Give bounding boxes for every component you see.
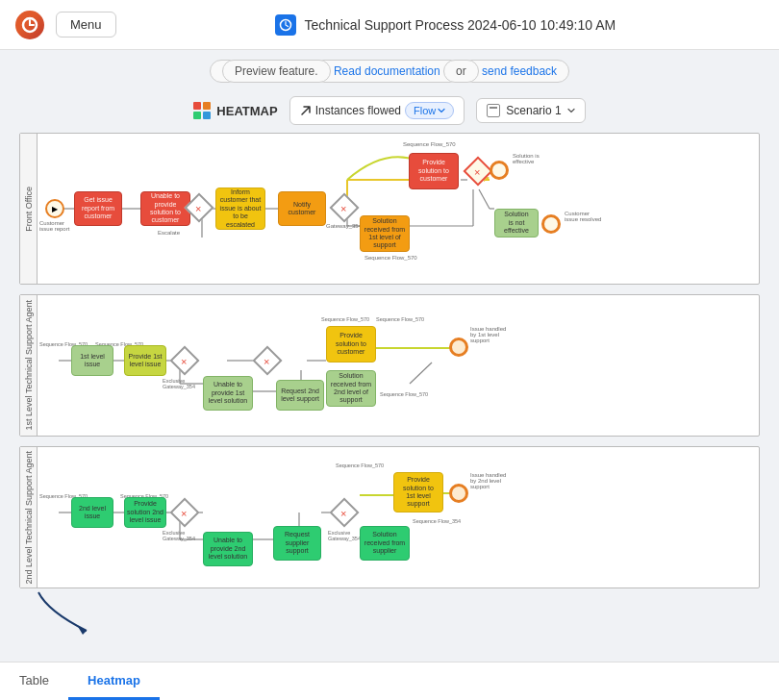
node-provide-1st-level: Providesolution to1st levelsupport xyxy=(393,472,443,512)
bottom-tabs: Table Heatmap xyxy=(0,662,779,700)
toolbar: HEATMAP Instances flowed Flow Scenario 1 xyxy=(0,88,779,133)
lane-front-office: Front Office xyxy=(19,133,760,285)
tab-table[interactable]: Table xyxy=(0,662,68,700)
chevron-down-icon-2 xyxy=(567,107,575,114)
svg-line-17 xyxy=(479,189,490,209)
node-provide-1st: Provide 1stlevel issue xyxy=(124,345,166,376)
preview-badge: Preview feature. Read documentation or s… xyxy=(210,60,569,83)
node-1st-level-issue: 1st levelissue xyxy=(71,345,113,376)
end-event-resolved xyxy=(541,214,561,234)
node-notify-customer: Notifycustomer xyxy=(278,191,326,226)
scenario-icon xyxy=(487,104,500,117)
heatmap-icon xyxy=(193,102,211,119)
lane-2nd-level: 2nd Level Technical Support Agent Sequen… xyxy=(19,446,760,588)
header: Menu Technical Support Process 2024-06-1… xyxy=(0,0,779,50)
end-event-2nd-handled xyxy=(449,484,468,503)
lane-content-1st-level: Sequence Flow_570 Sequence Flow_570 1st … xyxy=(38,295,759,436)
node-request-supplier: Requestsuppliersupport xyxy=(273,526,321,561)
read-doc-link[interactable]: Read documentation xyxy=(334,64,440,78)
node-2nd-level-issue: 2nd levelissue xyxy=(71,497,113,528)
menu-button[interactable]: Menu xyxy=(56,12,116,38)
node-provide-solution-lane2: Providesolution tocustomer xyxy=(326,326,376,362)
gateway-3: × xyxy=(463,156,492,186)
gateway-5: × xyxy=(252,345,282,375)
gateway-2: × xyxy=(329,192,359,222)
svg-line-34 xyxy=(410,362,432,384)
lane-content-front-office: ▶ Customerissue report Get issuereport f… xyxy=(38,134,759,284)
node-unable-2nd: Unable toprovide 2ndlevel solution xyxy=(203,532,253,566)
node-not-effective: Solutionis noteffective xyxy=(494,209,539,238)
heatmap-icon-cell-2 xyxy=(203,102,211,110)
instances-flowed-button[interactable]: Instances flowed Flow xyxy=(289,96,465,125)
arrow-up-right-icon xyxy=(300,105,312,116)
heatmap-icon-cell-1 xyxy=(193,102,201,110)
node-solution-from-1st: Solutionreceived from1st level ofsupport xyxy=(360,215,410,252)
heatmap-icon-cell-3 xyxy=(193,112,201,119)
lane-label-2nd-level: 2nd Level Technical Support Agent xyxy=(20,447,38,588)
heatmap-label: HEATMAP xyxy=(193,102,277,119)
node-request-2nd: Request 2ndlevel support xyxy=(276,380,324,411)
start-event-lane1: ▶ xyxy=(45,199,64,218)
send-feedback-link[interactable]: send feedback xyxy=(482,64,557,78)
node-solution-from-supplier: Solutionreceived fromsupplier xyxy=(360,526,410,561)
flow-badge[interactable]: Flow xyxy=(405,102,454,119)
lane-1st-level: 1st Level Technical Support Agent xyxy=(19,294,760,437)
app-logo xyxy=(15,11,44,39)
node-provide-solution-top: Providesolution tocustomer xyxy=(409,153,459,189)
preview-bar: Preview feature. Read documentation or s… xyxy=(0,50,779,88)
end-event-1st-handled xyxy=(449,338,468,357)
lane-label-front-office: Front Office xyxy=(20,134,38,284)
node-solution-from-2nd: Solutionreceived from2nd level ofsupport xyxy=(326,370,376,407)
start-label-1: Customerissue report xyxy=(39,220,69,232)
gateway-7: × xyxy=(329,497,359,527)
gateway-6: × xyxy=(169,497,199,527)
scenario-button[interactable]: Scenario 1 xyxy=(476,98,585,123)
lane-content-2nd-level: Sequence Flow_570 Sequence Flow_570 2nd … xyxy=(38,447,759,588)
tab-heatmap[interactable]: Heatmap xyxy=(68,662,160,700)
gateway-4: × xyxy=(169,345,199,375)
end-event-effective xyxy=(490,161,509,180)
node-unable-1st: Unable toprovide 1stlevel solution xyxy=(203,376,253,411)
node-inform-customer: Informcustomer thatissue is aboutto be e… xyxy=(215,188,265,230)
diagram-area: Front Office xyxy=(0,133,779,654)
chevron-down-icon xyxy=(438,107,445,114)
lane-label-1st-level: 1st Level Technical Support Agent xyxy=(20,295,38,436)
node-get-issue: Get issuereport fromcustomer xyxy=(74,191,122,226)
node-unable-provide: Unable toprovidesolution tocustomer xyxy=(140,191,190,226)
heatmap-icon-cell-4 xyxy=(203,112,211,119)
process-icon xyxy=(275,14,296,36)
page-title: Technical Support Process 2024-06-10 10:… xyxy=(128,14,764,36)
node-provide-2nd-solution: Providesolution 2ndlevel issue xyxy=(124,497,166,528)
